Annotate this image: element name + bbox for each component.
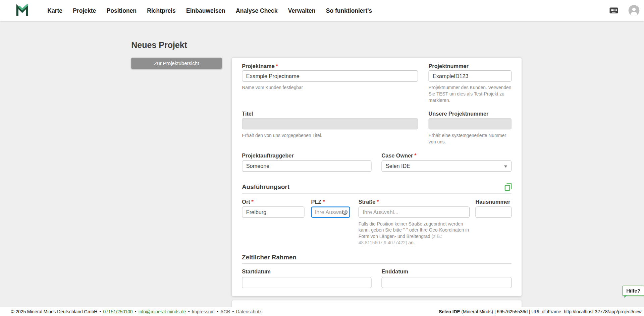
required-asterisk: * xyxy=(276,63,278,69)
required-asterisk: * xyxy=(251,199,253,205)
footer-link-agb[interactable]: AGB xyxy=(220,309,230,314)
nav-item-positionen[interactable]: Positionen xyxy=(107,7,137,14)
person-icon xyxy=(629,5,640,16)
nav-item-verwalten[interactable]: Verwalten xyxy=(288,7,316,14)
projektauftraggeber-label: Projektauftraggeber xyxy=(242,152,293,159)
projektname-helper: Name vom Kunden festlegbar xyxy=(242,85,418,91)
ort-label-text: Ort xyxy=(242,199,250,205)
footer-link-email[interactable]: info@mineral-minds.de xyxy=(139,309,186,314)
required-asterisk: * xyxy=(323,199,325,205)
startdatum-label: Startdatum xyxy=(242,268,271,275)
app-root: Karte Projekte Positionen Richtpreis Ein… xyxy=(0,0,644,316)
case-owner-selected-value: Selen IDE xyxy=(386,163,410,169)
strasse-helper-suffix: an. xyxy=(407,240,415,245)
separator-dot: • xyxy=(188,309,190,314)
projektauftraggeber-input[interactable] xyxy=(242,161,371,172)
enddatum-input[interactable] xyxy=(382,277,512,288)
titel-helper: Erhält den von uns vorgegebenen Titel. xyxy=(242,132,418,139)
session-user: Selen IDE xyxy=(439,309,460,314)
top-navigation: Karte Projekte Positionen Richtpreis Ein… xyxy=(0,0,644,21)
ort-label: Ort* xyxy=(242,199,253,205)
startdatum-input[interactable] xyxy=(242,277,371,288)
mineral-minds-logo-icon xyxy=(16,4,29,17)
case-owner-label-text: Case Owner xyxy=(382,152,413,159)
section-divider xyxy=(242,263,512,264)
case-owner-select[interactable]: Selen IDE xyxy=(382,161,512,172)
duplicate-location-button[interactable] xyxy=(503,182,513,192)
hausnummer-input[interactable] xyxy=(476,206,512,218)
titel-label: Titel xyxy=(242,111,253,117)
projektnummer-label: Projektnummer xyxy=(429,63,469,69)
copy-icon xyxy=(503,182,513,192)
new-project-form-card: Projektname* Name vom Kunden festlegbar … xyxy=(232,58,522,296)
footer-link-impressum[interactable]: Impressum xyxy=(192,309,215,314)
app-logo[interactable] xyxy=(16,4,29,17)
footer-left: © 2025 Mineral Minds Deutschland GmbH • … xyxy=(11,309,262,314)
dropdown-caret-icon xyxy=(504,166,507,168)
projektnummer-helper: Projektnummer des Kunden. Verwenden Sie … xyxy=(429,85,512,104)
section-divider xyxy=(242,194,512,194)
separator-dot: • xyxy=(100,309,101,314)
keyboard-icon[interactable] xyxy=(608,5,620,15)
nav-item-einbauweisen[interactable]: Einbauweisen xyxy=(186,7,225,14)
required-asterisk: * xyxy=(414,152,416,159)
required-asterisk: * xyxy=(377,199,379,205)
session-details: (Mineral Minds) | 69576255536d | URL of … xyxy=(460,309,642,314)
case-owner-label: Case Owner* xyxy=(382,152,417,159)
section-ausfuehrungsort-title: Ausführungsort xyxy=(242,183,289,190)
hausnummer-label: Hausnummer xyxy=(476,199,511,205)
projektname-input[interactable] xyxy=(242,70,418,82)
separator-dot: • xyxy=(232,309,234,314)
footer: © 2025 Mineral Minds Deutschland GmbH • … xyxy=(0,307,644,316)
strasse-helper-text: Falls die Position keiner Straße zugeord… xyxy=(359,221,469,239)
session-info: Selen IDE (Mineral Minds) | 69576255536d… xyxy=(439,309,641,314)
nav-item-karte[interactable]: Karte xyxy=(47,7,62,14)
plz-label-text: PLZ xyxy=(311,199,322,205)
copyright-text: © 2025 Mineral Minds Deutschland GmbH xyxy=(11,309,98,314)
unsere-projektnummer-helper: Erhält eine systemgenerierte Nummer von … xyxy=(429,132,512,145)
help-button[interactable]: Hilfe? xyxy=(622,286,644,296)
unsere-projektnummer-label: Unsere Projektnummer xyxy=(429,111,489,117)
footer-link-datenschutz[interactable]: Datenschutz xyxy=(236,309,261,314)
separator-dot: • xyxy=(217,309,218,314)
strasse-helper: Falls die Position keiner Straße zugeord… xyxy=(359,221,470,246)
projektnummer-input[interactable] xyxy=(429,70,512,82)
strasse-label: Straße* xyxy=(359,199,379,205)
enddatum-label: Enddatum xyxy=(382,268,408,275)
strasse-label-text: Straße xyxy=(359,199,376,205)
unsere-projektnummer-input xyxy=(429,118,512,130)
footer-link-phone[interactable]: 07151/250100 xyxy=(103,309,133,314)
nav-item-so-funktionierts[interactable]: So funktioniert's xyxy=(326,7,372,14)
nav-item-analyse-check[interactable]: Analyse Check xyxy=(236,7,278,14)
strasse-input[interactable] xyxy=(359,206,470,218)
separator-dot: • xyxy=(135,309,137,314)
ort-input[interactable] xyxy=(242,206,304,218)
projektname-label: Projektname* xyxy=(242,63,278,69)
user-avatar[interactable] xyxy=(629,5,640,16)
section-zeitlicher-rahmen-title: Zeitlicher Rahmen xyxy=(242,253,297,260)
plz-label: PLZ* xyxy=(311,199,325,205)
nav-item-richtpreis[interactable]: Richtpreis xyxy=(147,7,176,14)
main-nav: Karte Projekte Positionen Richtpreis Ein… xyxy=(47,0,372,21)
page-title: Neues Projekt xyxy=(131,40,187,50)
back-to-project-overview-button[interactable]: Zur Projektübersicht xyxy=(131,58,222,69)
nav-item-projekte[interactable]: Projekte xyxy=(73,7,96,14)
projektname-label-text: Projektname xyxy=(242,63,275,69)
titel-input xyxy=(242,118,418,130)
loading-spinner xyxy=(342,209,347,215)
